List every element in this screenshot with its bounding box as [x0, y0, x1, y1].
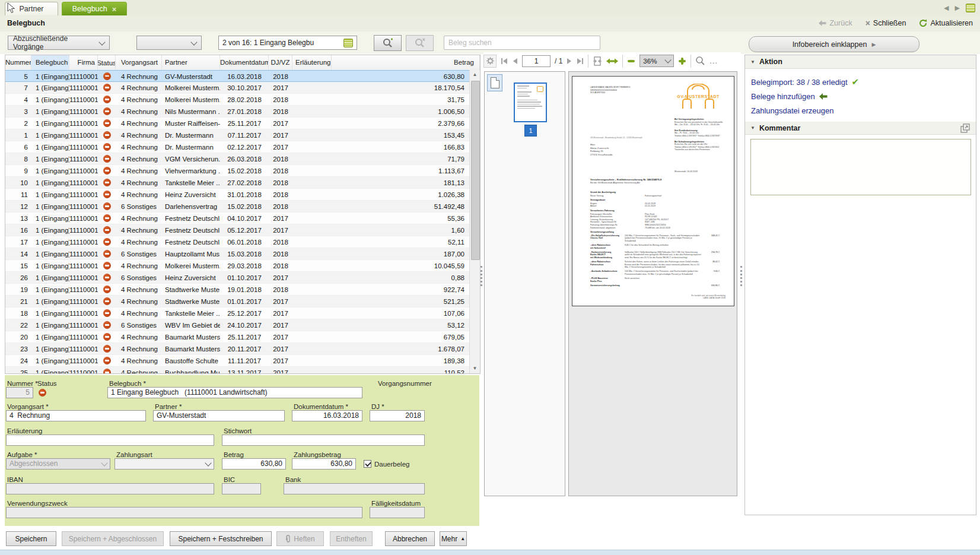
erlaeuterung-field[interactable]: [6, 435, 214, 446]
speichern-abgeschlossen-button[interactable]: Speichern + Abgeschlossen: [62, 531, 164, 546]
table-row[interactable]: 151 (Eingang)111100014 RechnungMolkerei …: [5, 260, 470, 272]
dauerbeleg-checkbox[interactable]: [364, 460, 371, 468]
zahlungsart-select[interactable]: [114, 458, 214, 470]
table-row[interactable]: 181 (Eingang)111100014 RechnungTankstell…: [5, 307, 470, 319]
table-row[interactable]: 121 (Eingang)111100016 SonstigesDarlehen…: [5, 201, 470, 213]
column-header-1[interactable]: Belegbuch: [31, 55, 69, 70]
pdf-search-button[interactable]: [695, 56, 705, 66]
column-header-9[interactable]: Betrag: [332, 55, 480, 70]
column-header-8[interactable]: Erläuterung: [292, 55, 332, 70]
filter-dropdown[interactable]: Abzuschließende Vorgänge: [8, 36, 110, 50]
column-header-0[interactable]: Nummer: [5, 55, 31, 70]
tab-scroll-left-icon[interactable]: ◀: [944, 4, 949, 12]
stichwort-field[interactable]: [222, 435, 425, 446]
record-navigator[interactable]: 2 von 16: 1 Eingang Belegbu: [218, 36, 357, 50]
table-row[interactable]: 41 (Eingang)111100014 RechnungMolkerei M…: [5, 94, 470, 106]
refresh-button[interactable]: Aktualisieren: [919, 19, 973, 27]
table-row[interactable]: 161 (Eingang)111100014 RechnungFestnetz …: [5, 224, 470, 236]
table-scrollbar[interactable]: ▲ ▼: [469, 70, 480, 373]
dokumentdatum-field[interactable]: 16.03.2018: [292, 410, 362, 421]
splitter-handle-right[interactable]: [740, 266, 744, 286]
table-row[interactable]: 21 (Eingang)111100014 RechnungMuster Rai…: [5, 118, 470, 129]
table-row[interactable]: 221 (Eingang)111100016 SonstigesWBV Im G…: [5, 319, 470, 331]
table-row[interactable]: 261 (Eingang)111100016 SonstigesHeinz Zu…: [5, 272, 470, 284]
scrollbar-thumb[interactable]: [471, 81, 480, 260]
mehr-button[interactable]: Mehr▲: [440, 531, 467, 546]
status-locked-icon: [103, 309, 111, 317]
pdf-settings-button[interactable]: [483, 55, 497, 68]
heften-button[interactable]: Heften: [276, 531, 324, 546]
table-row[interactable]: 31 (Eingang)111100014 RechnungNils Muste…: [5, 106, 470, 118]
table-row[interactable]: 131 (Eingang)111100014 RechnungFestnetz …: [5, 213, 470, 224]
zoom-in-button[interactable]: [678, 57, 686, 65]
scroll-up-icon[interactable]: ▲: [470, 70, 480, 80]
table-row[interactable]: 71 (Eingang)111100014 RechnungMolkerei M…: [5, 82, 470, 94]
table-row[interactable]: 201 (Eingang)111100014 RechnungBaumarkt …: [5, 331, 470, 343]
column-header-4[interactable]: Vorgangsart: [116, 55, 162, 70]
zoom-level-select[interactable]: 36%: [639, 55, 674, 67]
secondary-dropdown[interactable]: [136, 36, 202, 50]
betrag-field[interactable]: 630,80: [222, 458, 286, 470]
record-list-icon[interactable]: [343, 39, 353, 47]
aktion-section-header[interactable]: ▼ Aktion: [745, 55, 976, 69]
column-header-6[interactable]: Dokumentdatum: [220, 55, 269, 70]
zahlungsbetrag-field[interactable]: 630,80: [292, 458, 356, 470]
table-row[interactable]: 191 (Eingang)111100014 RechnungStadtwerk…: [5, 284, 470, 296]
page-thumbnail[interactable]: [514, 83, 547, 122]
verwendungszweck-label: Verwendungszweck: [7, 500, 68, 507]
aktion-link[interactable]: Zahlungsdatei erzeugen: [751, 103, 976, 118]
table-row[interactable]: 111 (Eingang)111100014 RechnungHeinz Zuv…: [5, 189, 470, 201]
search-input[interactable]: [444, 36, 600, 50]
table-row[interactable]: 101 (Eingang)111100014 RechnungTankstell…: [5, 177, 470, 189]
speichern-festschreiben-button[interactable]: Speichern + Festschreiben: [170, 531, 272, 546]
speichern-button[interactable]: Speichern: [6, 531, 56, 546]
table-row[interactable]: 211 (Eingang)111100014 RechnungStadtwerk…: [5, 296, 470, 307]
kommentar-section-header[interactable]: ▼ Kommentar: [745, 122, 976, 135]
column-header-3[interactable]: Status: [98, 55, 116, 70]
table-row[interactable]: 51 (Eingang)111100014 RechnungGV-Musters…: [5, 70, 470, 82]
tab-belegbuch[interactable]: Belegbuch ×: [62, 2, 127, 15]
table-row[interactable]: 171 (Eingang)111100014 RechnungFestnetz …: [5, 236, 470, 248]
page-number-input[interactable]: 1: [522, 55, 551, 67]
search-add-button[interactable]: [374, 35, 402, 51]
back-button[interactable]: Zurück: [819, 19, 852, 27]
popout-icon[interactable]: [960, 123, 970, 133]
vorgangsart-field[interactable]: 4 Rechnung: [6, 410, 146, 421]
comment-textarea[interactable]: [750, 139, 971, 195]
table-row[interactable]: 141 (Eingang)111100016 SonstigesHauptzol…: [5, 248, 470, 260]
table-row[interactable]: 81 (Eingang)111100014 RechnungVGM Versic…: [5, 153, 470, 165]
partner-field[interactable]: GV-Musterstadt: [153, 410, 285, 421]
table-row[interactable]: 251 (Eingang)111100014 RechnungBuchhandl…: [5, 367, 470, 373]
table-row[interactable]: 231 (Eingang)111100014 RechnungBaumarkt …: [5, 343, 470, 355]
table-row[interactable]: 91 (Eingang)111100014 RechnungViehvermar…: [5, 165, 470, 177]
dj-field[interactable]: 2018: [370, 410, 425, 421]
entheften-button[interactable]: Entheften: [330, 531, 373, 546]
table-row[interactable]: 241 (Eingang)111100014 RechnungBaustoffe…: [5, 355, 470, 367]
belegbuch-field[interactable]: 1 Eingang Belegbuch (11110001 Landwirtsc…: [107, 387, 362, 398]
column-header-5[interactable]: Partner: [162, 55, 220, 70]
table-row[interactable]: 11 (Eingang)111100014 RechnungDr. Muster…: [5, 129, 470, 141]
pdf-more-button[interactable]: ...: [709, 56, 718, 65]
dj-label: DJ *: [371, 403, 384, 410]
abbrechen-button[interactable]: Abbrechen: [385, 531, 435, 546]
bic-field: [222, 483, 261, 494]
zoom-out-button[interactable]: [627, 59, 635, 63]
tab-scroll-right-icon[interactable]: ▶: [955, 4, 960, 12]
fit-page-button[interactable]: [593, 56, 602, 66]
table-header[interactable]: NummerBelegbuchFirmaStatusVorgangsartPar…: [5, 55, 480, 71]
fit-width-button[interactable]: [606, 58, 618, 64]
thumbnail-mode-button[interactable]: [487, 74, 502, 91]
aktion-link[interactable]: Belegimport: 38 / 38 erledigt✔: [751, 75, 976, 89]
close-button[interactable]: × Schließen: [866, 18, 906, 28]
column-header-7[interactable]: DJ/VZ: [269, 55, 292, 70]
tab-list-icon[interactable]: [966, 4, 975, 12]
column-header-2[interactable]: Firma: [69, 55, 98, 70]
info-collapse-button[interactable]: Infobereich einklappen ▶: [749, 36, 919, 52]
aktion-link[interactable]: Belege hinzufügen: [751, 89, 976, 103]
tab-close-icon[interactable]: ×: [112, 5, 117, 13]
invoice-document[interactable]: LANDESBANK BADEN-WÜRTTEMBERGDE6960050101…: [572, 76, 734, 306]
invoice-recipient: HerrHeinz ZuversichtFeldweg 1527374 Viss…: [590, 143, 613, 156]
scroll-down-icon[interactable]: ▼: [470, 364, 480, 373]
status-locked-icon: [103, 321, 111, 329]
table-row[interactable]: 61 (Eingang)111100014 RechnungDr. Muster…: [5, 141, 470, 153]
